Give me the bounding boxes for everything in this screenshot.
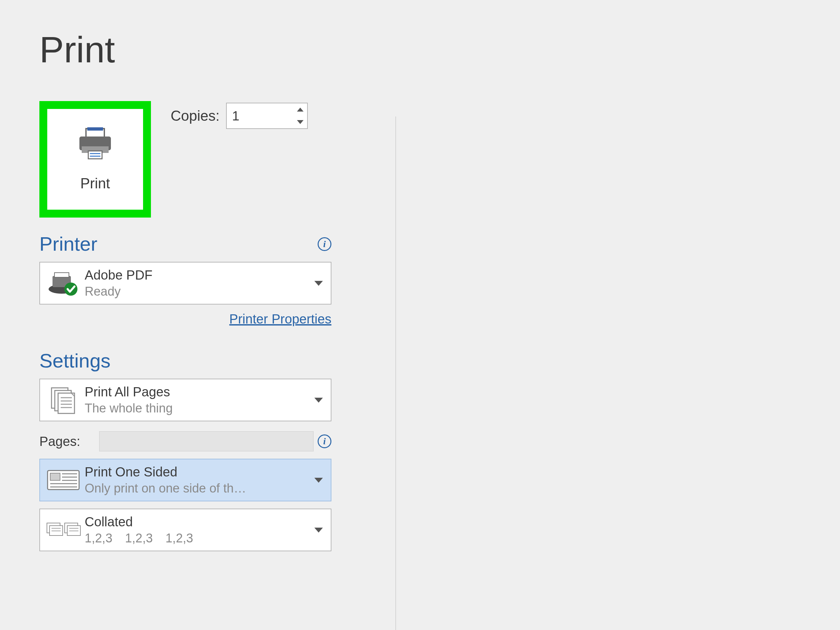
printer-name: Adobe PDF: [85, 268, 310, 283]
svg-rect-19: [50, 473, 60, 480]
sides-select[interactable]: Print One Sided Only print on one side o…: [39, 459, 332, 501]
collation-secondary: 1,2,3 1,2,3 1,2,3: [85, 531, 310, 545]
copies-up-button[interactable]: [293, 103, 307, 116]
copies-label: Copies:: [171, 107, 219, 124]
svg-rect-13: [58, 393, 74, 414]
collation-primary: Collated: [85, 515, 310, 529]
print-range-secondary: The whole thing: [85, 401, 310, 415]
svg-rect-4: [88, 151, 102, 159]
print-range-select[interactable]: Print All Pages The whole thing: [39, 379, 332, 421]
chevron-down-icon: [310, 398, 327, 403]
printer-select[interactable]: Adobe PDF Ready: [39, 262, 332, 305]
printer-status: Ready: [85, 284, 310, 298]
chevron-down-icon: [310, 527, 327, 532]
svg-rect-9: [54, 273, 69, 277]
sides-primary: Print One Sided: [85, 465, 310, 479]
pages-input[interactable]: [99, 431, 314, 452]
page-title: Print: [39, 0, 404, 68]
settings-heading: Settings: [39, 349, 404, 372]
printer-device-icon: [44, 270, 83, 296]
pages-label: Pages:: [39, 434, 95, 449]
copies-input[interactable]: [227, 103, 293, 128]
print-range-primary: Print All Pages: [85, 385, 310, 399]
printer-heading: Printer: [39, 233, 98, 255]
svg-rect-1: [87, 127, 103, 131]
svg-point-10: [64, 283, 77, 296]
printer-icon: [77, 127, 114, 161]
chevron-down-icon: [310, 281, 327, 286]
copies-spinbox[interactable]: [226, 103, 308, 129]
sides-secondary: Only print on one side of th…: [85, 482, 310, 496]
one-sided-icon: [44, 467, 83, 493]
pages-stack-icon: [44, 385, 83, 415]
print-button[interactable]: Print: [39, 101, 151, 218]
print-button-label: Print: [81, 175, 110, 192]
collation-select[interactable]: Collated 1,2,3 1,2,3 1,2,3: [39, 508, 332, 551]
collated-icon: [44, 518, 83, 542]
vertical-divider: [395, 117, 396, 630]
printer-info-icon[interactable]: i: [317, 237, 332, 251]
copies-down-button[interactable]: [293, 116, 307, 128]
printer-properties-link[interactable]: Printer Properties: [229, 312, 332, 326]
chevron-down-icon: [310, 478, 327, 483]
pages-info-icon[interactable]: i: [317, 434, 332, 448]
